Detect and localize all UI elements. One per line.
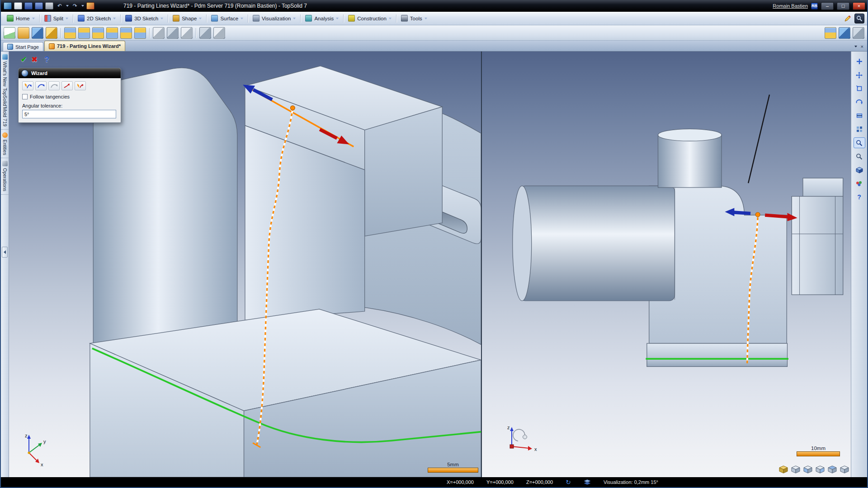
redo-dropdown-icon[interactable] [81, 5, 84, 7]
view-cube-icon[interactable] [840, 465, 849, 474]
toolbar-icon-new-part[interactable] [4, 27, 15, 39]
sidebar-item-whats-new[interactable]: What's New TopSolid'Mold 719 [1, 52, 9, 130]
viewport-left[interactable]: ✔ ✖ ? Wizard [9, 52, 481, 477]
view-cube-icon[interactable] [803, 465, 812, 474]
view-cube-icon[interactable] [828, 465, 837, 474]
right-viewport-scene [482, 52, 851, 477]
viewport-right[interactable]: z x 10mm [482, 52, 851, 477]
toolbar-icon-assembly-1[interactable] [199, 27, 211, 39]
toolbar-icon-gray-1[interactable] [153, 27, 165, 39]
undo-dropdown-icon[interactable] [66, 5, 69, 7]
save-icon[interactable] [24, 2, 33, 9]
menu-2d-sketch[interactable]: 2D Sketch [75, 14, 119, 23]
toolbar-icon-mold-right-1[interactable] [825, 27, 836, 39]
follow-tangencies-checkbox[interactable] [22, 94, 28, 99]
sketch-line[interactable] [748, 94, 769, 183]
rotate-view-icon[interactable] [854, 97, 865, 108]
isometric-view-icon[interactable] [854, 164, 865, 175]
undo-button[interactable]: ↶ [56, 2, 64, 9]
menu-split[interactable]: Split [41, 14, 71, 23]
user-link[interactable]: Romain Bastien [773, 3, 808, 9]
section-view-icon[interactable] [854, 110, 865, 121]
view-cube-icon[interactable] [791, 465, 800, 474]
toolbar-icon-mold-5[interactable] [120, 27, 132, 39]
options-icon[interactable] [86, 2, 94, 9]
visualization-setting[interactable]: Visualization: 0,2mm 15° [604, 479, 658, 485]
wizard-mode-4-button[interactable] [61, 81, 73, 90]
close-button[interactable]: × [853, 2, 865, 10]
tab-start-page[interactable]: Start Page [3, 42, 43, 51]
menu-3d-sketch[interactable]: 3D Sketch [122, 14, 166, 23]
chevron-down-icon [66, 18, 68, 19]
wizard-mode-5-button[interactable] [75, 81, 86, 90]
toolbar-icon-mold-1[interactable] [64, 27, 76, 39]
menu-construction[interactable]: Construction [345, 14, 395, 23]
toolbar-icon-mold-right-3[interactable] [853, 27, 864, 39]
tab-parting-lines-wizard[interactable]: 719 - Parting Lines Wizard* [44, 41, 125, 51]
menu-home[interactable]: Home [4, 14, 38, 23]
menu-surface[interactable]: Surface [208, 14, 246, 23]
menu-shape[interactable]: Shape [170, 14, 205, 23]
toolbar-icon-gray-2[interactable] [167, 27, 179, 39]
close-tab-icon[interactable]: × [861, 44, 863, 49]
wizard-header[interactable]: Wizard [19, 68, 121, 78]
edit-pencil-icon[interactable] [843, 14, 853, 23]
scale-indicator: 10mm [797, 446, 840, 456]
parting-point-marker[interactable] [290, 106, 295, 110]
user-badge[interactable]: RB [811, 3, 818, 9]
search-icon[interactable] [854, 14, 864, 23]
analysis-icon [305, 15, 312, 22]
minimize-button[interactable]: – [821, 2, 834, 10]
redo-button[interactable]: ↷ [71, 2, 79, 9]
print-icon[interactable] [45, 2, 53, 9]
render-palette-icon[interactable] [854, 178, 865, 189]
toolbar-icon-part-yellow[interactable] [46, 27, 57, 39]
menu-analysis[interactable]: Analysis [302, 14, 342, 23]
parting-point-marker[interactable] [755, 212, 760, 217]
toolbar-icon-mold-4[interactable] [106, 27, 118, 39]
grid-icon[interactable] [854, 124, 865, 135]
whats-new-icon [2, 54, 8, 60]
panel-collapse-handle[interactable] [2, 247, 8, 258]
tab-list-dropdown-icon[interactable] [854, 46, 857, 47]
context-help-icon[interactable]: ? [854, 192, 865, 202]
new-document-icon[interactable] [14, 2, 22, 9]
pan-icon[interactable] [854, 70, 865, 80]
fit-view-icon[interactable] [854, 83, 865, 94]
menu-separator [168, 14, 168, 23]
menu-tools[interactable]: Tools [398, 14, 430, 23]
layers-icon[interactable] [584, 479, 591, 485]
save-all-icon[interactable] [35, 2, 43, 9]
sync-icon[interactable]: ↻ [566, 479, 571, 485]
toolbar-icon-mold-3[interactable] [92, 27, 104, 39]
validate-button[interactable]: ✔ [21, 55, 27, 64]
toolbar-icon-mold-2[interactable] [78, 27, 90, 39]
2d-sketch-icon [78, 15, 85, 22]
wizard-mode-3-button[interactable] [48, 81, 60, 90]
zoom-icon[interactable] [854, 151, 865, 162]
sidebar-item-entities[interactable]: Entities [1, 130, 9, 158]
view-cube-icon[interactable] [779, 465, 788, 474]
toolbar-icon-gray-3[interactable] [181, 27, 193, 39]
angular-tolerance-input[interactable] [22, 110, 116, 118]
toolbar-icon-assembly-2[interactable] [213, 27, 225, 39]
cancel-button[interactable]: ✖ [31, 55, 37, 64]
wizard-mode-2-button[interactable] [35, 81, 47, 90]
part-model-right [513, 129, 843, 366]
coordinate-z: Z=+000,000 [526, 479, 553, 485]
toolbar-icon-mold-6[interactable] [134, 27, 146, 39]
toolbar-icon-part-blue[interactable] [32, 27, 43, 39]
3d-sketch-icon [125, 15, 132, 22]
zoom-window-icon[interactable] [854, 137, 865, 148]
toolbar-icon-mold-right-2[interactable] [839, 27, 850, 39]
maximize-button[interactable]: □ [837, 2, 849, 10]
chevron-down-icon [389, 18, 392, 19]
help-button[interactable]: ? [45, 56, 49, 64]
chevron-down-icon [32, 18, 35, 19]
view-cube-icon[interactable] [816, 465, 825, 474]
add-icon[interactable] [854, 56, 865, 67]
sidebar-item-operations[interactable]: Operations [1, 158, 9, 194]
menu-visualization[interactable]: Visualization [250, 14, 299, 23]
toolbar-icon-open[interactable] [18, 27, 29, 39]
wizard-mode-1-button[interactable] [22, 81, 33, 90]
